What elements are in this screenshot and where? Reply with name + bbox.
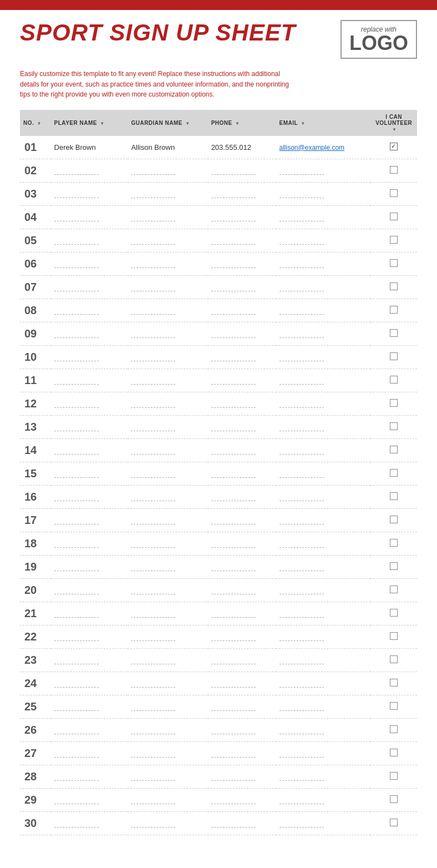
cell-player-name[interactable]: [51, 508, 128, 532]
cell-email[interactable]: [276, 578, 371, 602]
cell-volunteer-checkbox[interactable]: [370, 625, 417, 648]
cell-email[interactable]: [276, 275, 371, 299]
cell-email[interactable]: [276, 695, 371, 718]
checkbox-empty-icon[interactable]: [390, 376, 398, 383]
cell-player-name[interactable]: [51, 602, 128, 625]
checkbox-empty-icon[interactable]: [390, 679, 398, 687]
cell-player-name[interactable]: [51, 625, 128, 648]
cell-email[interactable]: [276, 392, 371, 415]
cell-player-name[interactable]: [51, 369, 128, 392]
cell-guardian-name[interactable]: [128, 252, 207, 275]
cell-phone[interactable]: [208, 648, 276, 672]
cell-guardian-name[interactable]: [128, 438, 207, 462]
cell-player-name[interactable]: [51, 322, 128, 345]
cell-phone[interactable]: [208, 415, 276, 438]
cell-guardian-name[interactable]: [128, 345, 207, 369]
cell-phone[interactable]: [208, 369, 276, 392]
col-header-no[interactable]: No. ▼: [20, 110, 51, 136]
col-header-volunteer[interactable]: I Can Volunteer ▼: [370, 110, 417, 136]
checkbox-empty-icon[interactable]: [390, 213, 398, 220]
cell-player-name[interactable]: Derek Brown: [51, 136, 128, 159]
cell-email[interactable]: [276, 788, 371, 811]
cell-email[interactable]: [276, 205, 371, 229]
checkbox-empty-icon[interactable]: [390, 725, 398, 733]
cell-guardian-name[interactable]: [128, 462, 207, 485]
cell-guardian-name[interactable]: [128, 788, 207, 811]
cell-guardian-name[interactable]: [128, 182, 207, 205]
checkbox-empty-icon[interactable]: [390, 446, 398, 453]
cell-player-name[interactable]: [51, 765, 128, 788]
col-header-guardian[interactable]: Guardian Name ▼: [128, 110, 207, 136]
cell-phone[interactable]: [208, 695, 276, 718]
cell-phone[interactable]: [208, 718, 276, 741]
cell-email[interactable]: [276, 369, 371, 392]
cell-email[interactable]: [276, 299, 371, 322]
cell-volunteer-checkbox[interactable]: [370, 672, 417, 695]
cell-email[interactable]: [276, 648, 371, 672]
cell-guardian-name[interactable]: [128, 229, 207, 252]
cell-phone[interactable]: [208, 578, 276, 602]
cell-player-name[interactable]: [51, 555, 128, 578]
cell-guardian-name[interactable]: [128, 625, 207, 648]
cell-email[interactable]: [276, 485, 371, 508]
cell-phone[interactable]: [208, 299, 276, 322]
checkbox-empty-icon[interactable]: [390, 422, 398, 430]
cell-volunteer-checkbox[interactable]: [370, 205, 417, 229]
cell-guardian-name[interactable]: [128, 275, 207, 299]
guardian-dropdown-icon[interactable]: ▼: [185, 121, 190, 126]
cell-guardian-name[interactable]: [128, 672, 207, 695]
cell-phone[interactable]: [208, 252, 276, 275]
cell-email[interactable]: [276, 182, 371, 205]
cell-phone[interactable]: [208, 462, 276, 485]
checkbox-empty-icon[interactable]: [390, 352, 398, 360]
cell-guardian-name[interactable]: [128, 602, 207, 625]
cell-player-name[interactable]: [51, 275, 128, 299]
cell-guardian-name[interactable]: [128, 811, 207, 835]
cell-player-name[interactable]: [51, 438, 128, 462]
checkbox-empty-icon[interactable]: [390, 795, 398, 803]
cell-volunteer-checkbox[interactable]: [370, 741, 417, 765]
checkbox-empty-icon[interactable]: [390, 586, 398, 593]
cell-player-name[interactable]: [51, 788, 128, 811]
cell-email[interactable]: [276, 508, 371, 532]
cell-volunteer-checkbox[interactable]: [370, 275, 417, 299]
player-dropdown-icon[interactable]: ▼: [100, 121, 104, 126]
col-header-phone[interactable]: Phone ▼: [208, 110, 276, 136]
cell-player-name[interactable]: [51, 578, 128, 602]
cell-guardian-name[interactable]: [128, 392, 207, 415]
cell-phone[interactable]: [208, 532, 276, 555]
cell-email[interactable]: [276, 345, 371, 369]
cell-email[interactable]: [276, 718, 371, 741]
cell-guardian-name[interactable]: [128, 765, 207, 788]
cell-phone[interactable]: [208, 788, 276, 811]
cell-player-name[interactable]: [51, 299, 128, 322]
checkbox-empty-icon[interactable]: [390, 236, 398, 244]
cell-player-name[interactable]: [51, 345, 128, 369]
cell-phone[interactable]: [208, 765, 276, 788]
checkbox-empty-icon[interactable]: [390, 399, 398, 407]
col-header-player[interactable]: Player Name ▼: [51, 110, 128, 136]
cell-volunteer-checkbox[interactable]: [370, 765, 417, 788]
cell-volunteer-checkbox[interactable]: [370, 369, 417, 392]
checkbox-empty-icon[interactable]: [390, 469, 398, 477]
cell-player-name[interactable]: [51, 695, 128, 718]
cell-email[interactable]: [276, 462, 371, 485]
cell-phone[interactable]: [208, 229, 276, 252]
cell-guardian-name[interactable]: [128, 578, 207, 602]
cell-player-name[interactable]: [51, 718, 128, 741]
cell-volunteer-checkbox[interactable]: [370, 229, 417, 252]
cell-player-name[interactable]: [51, 392, 128, 415]
cell-email[interactable]: [276, 322, 371, 345]
checkbox-empty-icon[interactable]: [390, 632, 398, 640]
col-header-email[interactable]: Email ▼: [276, 110, 371, 136]
cell-phone[interactable]: [208, 275, 276, 299]
cell-email[interactable]: [276, 229, 371, 252]
cell-phone[interactable]: [208, 811, 276, 835]
checkbox-empty-icon[interactable]: [390, 539, 398, 547]
cell-email[interactable]: [276, 741, 371, 765]
checkbox-empty-icon[interactable]: [390, 749, 398, 756]
cell-email[interactable]: [276, 811, 371, 835]
checkbox-empty-icon[interactable]: [390, 609, 398, 617]
email-dropdown-icon[interactable]: ▼: [301, 121, 305, 126]
cell-player-name[interactable]: [51, 532, 128, 555]
